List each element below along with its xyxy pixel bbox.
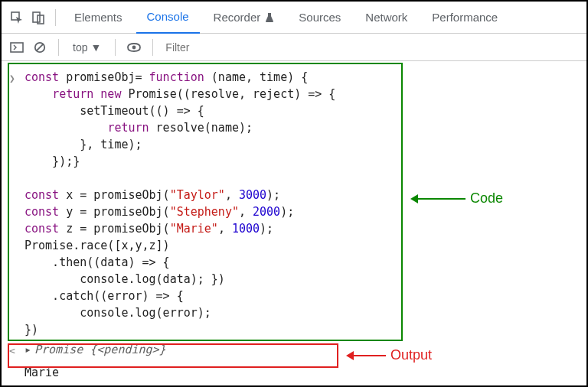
arrow-line-icon — [348, 355, 386, 356]
tab-performance[interactable]: Performance — [421, 2, 508, 34]
chevron-down-icon: ▼ — [90, 41, 101, 54]
separator — [55, 9, 56, 26]
live-expression-icon[interactable] — [125, 38, 143, 57]
flask-icon — [265, 12, 274, 23]
tab-recorder[interactable]: Recorder — [203, 2, 286, 34]
disclosure-triangle-icon[interactable]: ▸ — [24, 341, 31, 358]
devtools-tabbar: Elements Console Recorder Sources Networ… — [2, 2, 586, 34]
separator — [115, 39, 116, 56]
tab-label: Elements — [74, 11, 122, 24]
console-output-row: Marie — [2, 361, 586, 384]
console-result-row[interactable]: < ▸Promise {<pending>} — [2, 340, 586, 361]
filter-input[interactable] — [162, 38, 361, 57]
tab-label: Recorder — [214, 11, 261, 24]
annotation-output-arrow: Output — [348, 347, 432, 363]
device-toggle-icon[interactable] — [29, 8, 47, 27]
context-selector[interactable]: top ▼ — [68, 41, 106, 54]
annotation-code-arrow: Code — [412, 190, 503, 207]
svg-rect-1 — [33, 12, 40, 22]
result-value: ▸Promise {<pending>} — [24, 341, 166, 358]
annotation-label: Output — [390, 347, 432, 363]
console-toolbar: top ▼ — [2, 34, 586, 61]
inspect-icon[interactable] — [8, 8, 26, 27]
svg-line-5 — [37, 44, 44, 50]
tab-label: Sources — [299, 11, 341, 24]
annotation-label: Code — [470, 190, 503, 207]
clear-console-icon[interactable] — [31, 38, 49, 57]
tab-elements[interactable]: Elements — [64, 2, 133, 34]
svg-rect-3 — [11, 43, 23, 52]
tab-label: Network — [365, 11, 407, 24]
tab-label: Console — [147, 10, 189, 23]
tab-sources[interactable]: Sources — [288, 2, 351, 34]
separator — [58, 39, 59, 56]
svg-point-6 — [132, 45, 136, 49]
tab-console[interactable]: Console — [136, 2, 200, 34]
tab-network[interactable]: Network — [354, 2, 418, 34]
separator — [152, 39, 153, 56]
arrow-line-icon — [412, 198, 466, 200]
output-text: Marie — [24, 366, 59, 379]
console-body: ❯ const promiseObj= function (name, time… — [2, 61, 586, 387]
tab-label: Performance — [432, 11, 498, 24]
result-marker-icon: < — [9, 341, 24, 359]
sidebar-toggle-icon[interactable] — [8, 38, 26, 57]
context-label: top — [73, 41, 87, 54]
input-marker-icon: ❯ — [9, 69, 24, 87]
